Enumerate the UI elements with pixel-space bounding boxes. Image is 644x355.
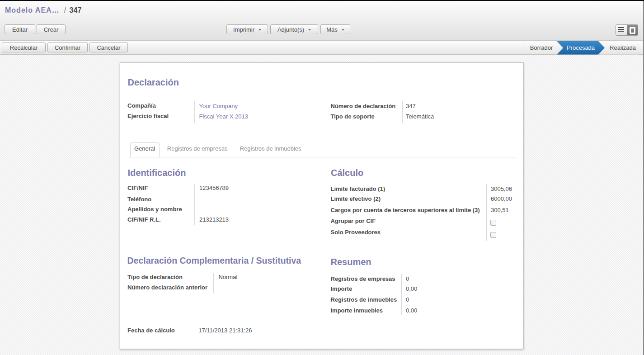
svg-text:Procesada: Procesada	[567, 44, 595, 51]
svg-text:Borrador: Borrador	[530, 44, 553, 51]
svg-text:Realizada: Realizada	[610, 44, 636, 51]
